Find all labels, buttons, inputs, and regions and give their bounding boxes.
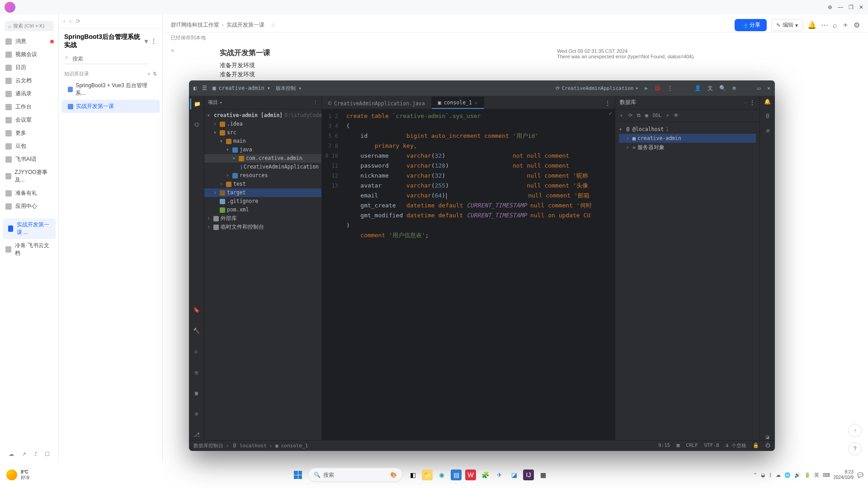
- db-node[interactable]: ▾🛢 @localhost 1: [619, 125, 756, 134]
- vcs-menu[interactable]: 版本控制 ▾: [276, 85, 302, 92]
- project-tool-icon[interactable]: 📁: [190, 99, 203, 109]
- tb-explorer-icon[interactable]: 📁: [422, 469, 433, 480]
- minimize-icon[interactable]: —: [838, 4, 843, 10]
- ws-menu-icon[interactable]: ⋮: [151, 38, 157, 45]
- tab-close-icon[interactable]: ✕: [475, 100, 477, 105]
- problems-icon[interactable]: ⊙: [190, 408, 203, 419]
- avatar[interactable]: [5, 2, 15, 13]
- tb-intellij-icon[interactable]: IJ: [523, 469, 534, 480]
- tray-share-icon[interactable]: ↗: [22, 451, 26, 457]
- status-power-icon[interactable]: ⏻: [765, 442, 770, 449]
- tray-clock[interactable]: 8:232024/10/9: [834, 469, 854, 480]
- taskbar-search[interactable]: 🔍 搜索🎨: [308, 468, 403, 482]
- share-button[interactable]: 👥 分享: [735, 19, 767, 31]
- tray-onedrive-icon[interactable]: ☁: [776, 472, 781, 478]
- run-icon[interactable]: ▶: [645, 85, 648, 91]
- global-search[interactable]: ⌕ 搜索 (Ctrl + K): [5, 21, 54, 31]
- star-icon[interactable]: ☆: [271, 22, 276, 28]
- status-console[interactable]: console_1: [281, 443, 308, 449]
- gear-icon[interactable]: ⚙: [854, 21, 860, 29]
- rail-zjy[interactable]: ZJYYOO赛事及...: [0, 166, 58, 187]
- tree-node-selected[interactable]: ›target: [204, 188, 321, 197]
- tree-node[interactable]: ▾com.creative.admin: [204, 154, 321, 163]
- tab-overflow-icon[interactable]: ⋮: [600, 97, 615, 109]
- ide-search-icon[interactable]: 🔍: [719, 85, 726, 91]
- db-node[interactable]: ›▫ 服务器对象: [619, 143, 756, 152]
- nav-back-icon[interactable]: ‹: [63, 18, 65, 24]
- maven-tool-icon[interactable]: m: [766, 127, 769, 134]
- chevron-down-icon[interactable]: ▾: [145, 38, 148, 45]
- nav-reload-icon[interactable]: ⟳: [76, 18, 80, 24]
- project-selector[interactable]: ▦ creative-admin ▾: [212, 85, 270, 91]
- ide-more-icon[interactable]: ⋮: [667, 85, 673, 91]
- rail-more[interactable]: 更多: [0, 127, 58, 140]
- tb-feishu-icon[interactable]: ✈: [494, 469, 505, 480]
- editor-tab-2[interactable]: ▣ console_1 ✕: [432, 97, 484, 109]
- scroll-top-icon[interactable]: ↑: [848, 424, 862, 437]
- open-tab-doc1[interactable]: 实战开发第一课 ...: [3, 218, 56, 239]
- status-lock-icon[interactable]: 🔒: [753, 442, 759, 449]
- db-copy-icon[interactable]: ⧉: [637, 113, 641, 118]
- ide-close-icon[interactable]: ✕: [767, 85, 770, 91]
- weather-widget[interactable]: 8°C好冷: [0, 462, 108, 488]
- tb-app3-icon[interactable]: ▦: [538, 469, 548, 480]
- help-icon[interactable]: ?: [848, 442, 862, 455]
- notifications-icon[interactable]: 🔔: [764, 99, 771, 105]
- ai-tool-icon[interactable]: ◪: [766, 434, 769, 440]
- tray-batt-icon[interactable]: 🔋: [804, 472, 811, 478]
- tree-node[interactable]: ›.idea: [204, 120, 321, 128]
- translate-icon[interactable]: 文: [708, 84, 713, 92]
- doc-item-1[interactable]: SpringBoot3 + Vue3 后台管理系...: [61, 79, 160, 100]
- project-panel-title[interactable]: 项目▾: [208, 99, 222, 106]
- tree-node[interactable]: ▾java: [204, 145, 321, 154]
- tray-cloud-icon[interactable]: ☁: [9, 451, 14, 457]
- tree-node[interactable]: ›外部库: [204, 214, 321, 223]
- status-host[interactable]: localhost: [240, 443, 267, 449]
- db-eye-icon[interactable]: 👁: [674, 113, 679, 118]
- db-ddl[interactable]: DDL: [653, 113, 662, 118]
- status-left[interactable]: 数据库控制台: [193, 442, 223, 449]
- db-stop-icon[interactable]: ▣: [645, 113, 648, 118]
- tray-bt-icon[interactable]: ᛒ: [769, 472, 772, 478]
- tree-node[interactable]: ›resources: [204, 171, 321, 180]
- tree-node[interactable]: CreativeAdminApplication: [204, 163, 321, 171]
- rail-docs[interactable]: 云文档: [0, 74, 58, 87]
- panel-menu-icon[interactable]: ⋮: [313, 99, 318, 105]
- nav-fwd-icon[interactable]: ›: [70, 18, 71, 24]
- tray-phone-icon[interactable]: ☐: [45, 451, 50, 457]
- tray-graph-icon[interactable]: ⤴: [34, 451, 37, 457]
- structure-tool-icon[interactable]: ⌬: [190, 119, 203, 130]
- rail-meeting[interactable]: 会议室: [0, 113, 58, 127]
- ide-min-icon[interactable]: ▭: [758, 85, 761, 91]
- ide-gear-icon[interactable]: ⚙: [732, 85, 736, 91]
- code-editor[interactable]: ✓ 1 2 3 4 5 6 7 8 9 10 11 12 13 create t…: [322, 109, 615, 440]
- status-crlf[interactable]: CRLF: [686, 442, 698, 449]
- tb-app2-icon[interactable]: 🧩: [480, 469, 491, 480]
- tree-node[interactable]: ›临时文件和控制台: [204, 223, 321, 231]
- restore-icon[interactable]: ❐: [849, 4, 854, 10]
- more-icon[interactable]: ⋯: [821, 21, 828, 29]
- db-refresh-icon[interactable]: ⟳: [628, 113, 632, 118]
- tb-app1-icon[interactable]: W: [465, 469, 476, 480]
- panel-more-icon[interactable]: ⋮: [750, 99, 755, 106]
- status-enc[interactable]: UTF-8: [704, 442, 719, 449]
- rail-messages[interactable]: 消息: [0, 35, 58, 48]
- search2-icon[interactable]: ⌕: [833, 21, 837, 29]
- status-indent[interactable]: 4 个空格: [726, 442, 746, 449]
- edit-button[interactable]: ✎ 编辑 ▾: [771, 19, 803, 31]
- tb-store-icon[interactable]: ▤: [451, 469, 462, 480]
- tray-steam-icon[interactable]: ◒: [761, 472, 765, 478]
- debug-icon[interactable]: 🐞: [654, 85, 661, 91]
- start-button[interactable]: [292, 469, 303, 480]
- services-icon[interactable]: ◎: [190, 367, 203, 378]
- hamburger-icon[interactable]: ☰: [202, 85, 207, 91]
- add-icon[interactable]: ＋: [146, 71, 151, 76]
- open-tab-doc2[interactable]: 冷青·飞书云文档: [0, 239, 58, 260]
- tb-taskview-icon[interactable]: ◧: [407, 469, 418, 480]
- rail-doubao[interactable]: 豆包: [0, 140, 58, 153]
- tray-net-icon[interactable]: 🌐: [784, 472, 791, 478]
- run-config[interactable]: ⟳ CreativeAdminApplication ▾: [556, 85, 638, 91]
- rail-workbench[interactable]: 工作台: [0, 100, 58, 113]
- tray-ime-icon[interactable]: 英: [814, 472, 819, 479]
- rail-ai[interactable]: 飞书AI语: [0, 153, 58, 166]
